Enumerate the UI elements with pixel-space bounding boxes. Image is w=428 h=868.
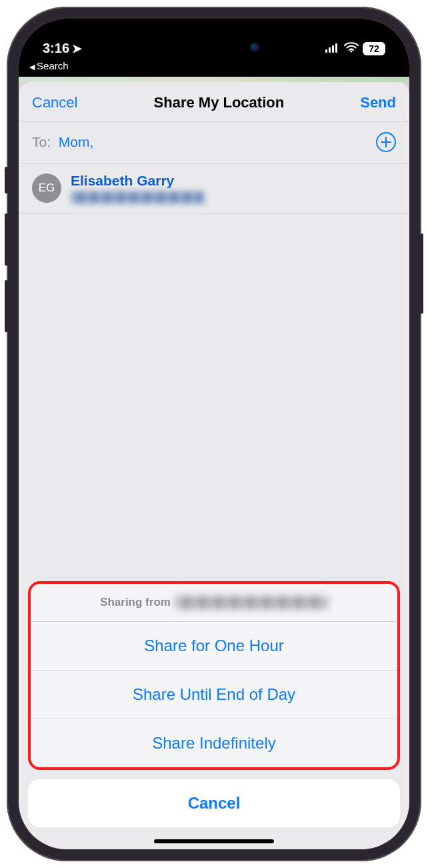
home-indicator[interactable] [154,839,274,843]
volume-down-button [5,280,8,332]
to-label: To: [32,134,51,149]
sharing-from-label: Sharing from [100,596,171,609]
background-map-peek [19,77,409,82]
svg-rect-3 [335,43,337,53]
action-sheet-header: Sharing from [31,584,397,622]
add-recipient-button[interactable] [376,132,396,152]
mute-switch [5,167,8,193]
contact-suggestion-row[interactable]: EG Elisabeth Garry [19,163,409,213]
share-end-of-day-button[interactable]: Share Until End of Day [31,671,397,719]
sharing-from-device-redacted [175,596,328,609]
svg-point-4 [350,50,352,52]
sheet-title: Share My Location [154,94,285,111]
status-right: 72 [325,41,385,56]
share-one-hour-button[interactable]: Share for One Hour [31,622,397,671]
location-arrow-icon: ➤ [72,41,82,56]
avatar: EG [32,173,61,203]
phone-frame: 3:16 ➤ 72 Search Cancel Share My Locatio… [7,7,421,861]
svg-rect-0 [325,49,327,53]
sheet-header: Cancel Share My Location Send [19,82,409,121]
power-button [420,234,423,314]
contact-info: Elisabeth Garry [71,173,204,203]
clock-label: 3:16 [43,41,69,56]
svg-rect-1 [329,47,331,53]
dynamic-island [161,33,267,61]
cancel-button[interactable]: Cancel [32,94,77,111]
back-label: Search [29,60,69,71]
to-field-row[interactable]: To: Mom, [19,121,409,163]
action-sheet-cancel-button[interactable]: Cancel [28,779,400,827]
send-button[interactable]: Send [360,94,396,111]
contact-name: Elisabeth Garry [71,173,204,189]
status-time: 3:16 ➤ [43,41,82,56]
volume-up-button [5,213,8,266]
svg-rect-2 [332,45,334,53]
contact-phone-redacted [71,191,204,203]
to-recipient: Mom, [59,134,94,149]
share-indefinitely-button[interactable]: Share Indefinitely [31,719,397,767]
action-sheet-group: Sharing from Share for One Hour Share Un… [28,581,400,770]
breadcrumb-back[interactable]: Search [19,59,409,77]
wifi-icon [344,41,359,56]
action-sheet-overlay: Sharing from Share for One Hour Share Un… [19,581,409,849]
screen: 3:16 ➤ 72 Search Cancel Share My Locatio… [19,19,409,849]
cellular-icon [325,41,340,56]
share-location-sheet: Cancel Share My Location Send To: Mom, E… [19,82,409,849]
battery-icon: 72 [363,42,385,55]
